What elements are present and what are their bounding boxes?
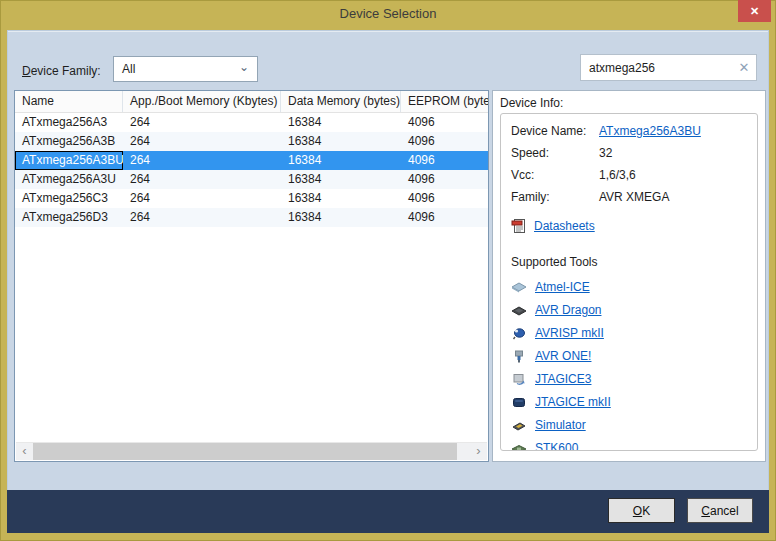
tool-item: AVR Dragon — [511, 298, 751, 321]
cell-name: ATxmega256A3BU — [15, 151, 123, 170]
table-body: ATxmega256A3 264 16384 4096 ATxmega256A3… — [15, 113, 488, 227]
close-icon: ✕ — [750, 5, 759, 17]
cell-app-boot: 264 — [123, 208, 281, 227]
scroll-right-icon[interactable]: › — [470, 443, 487, 460]
cell-app-boot: 264 — [123, 151, 281, 170]
chevron-down-icon: ⌄ — [239, 62, 249, 72]
close-button[interactable]: ✕ — [738, 0, 771, 22]
avrisp-mkii-icon — [511, 325, 527, 341]
table-header: Name App./Boot Memory (Kbytes) Data Memo… — [15, 91, 488, 113]
tool-link[interactable]: STK600 — [535, 441, 578, 452]
cancel-button[interactable]: Cancel — [687, 498, 753, 523]
cell-data-memory: 16384 — [281, 170, 401, 189]
tool-item: JTAGICE mkII — [511, 390, 751, 413]
tool-item: AVRISP mkII — [511, 321, 751, 344]
cell-name: ATxmega256A3B — [15, 132, 123, 151]
cell-data-memory: 16384 — [281, 151, 401, 170]
jtagice-mkii-icon — [511, 394, 527, 410]
cell-app-boot: 264 — [123, 170, 281, 189]
cell-app-boot: 264 — [123, 113, 281, 132]
device-name-field: Device Name: ATxmega256A3BU — [511, 124, 751, 146]
column-header-app-boot-memory[interactable]: App./Boot Memory (Kbytes) — [123, 91, 281, 112]
tool-item: AVR ONE! — [511, 344, 751, 367]
table-row[interactable]: ATxmega256A3B 264 16384 4096 — [15, 132, 488, 151]
tool-item: STK600 — [511, 436, 751, 451]
column-header-eeprom[interactable]: EEPROM (bytes) — [401, 91, 488, 112]
column-header-name[interactable]: Name — [15, 91, 123, 112]
table-row-selected[interactable]: ATxmega256A3BU 264 16384 4096 — [15, 151, 488, 170]
field-value: AVR XMEGA — [599, 190, 669, 205]
device-info-title: Device Info: — [500, 96, 758, 113]
cell-app-boot: 264 — [123, 189, 281, 208]
scroll-left-icon[interactable]: ‹ — [16, 443, 33, 460]
datasheets-row: Datasheets — [511, 214, 751, 238]
tool-link[interactable]: AVR ONE! — [535, 349, 591, 363]
stk600-icon — [511, 440, 527, 452]
table-row[interactable]: ATxmega256A3 264 16384 4096 — [15, 113, 488, 132]
datasheets-link[interactable]: Datasheets — [534, 219, 595, 233]
device-family-value: All — [122, 62, 239, 76]
window-title: Device Selection — [0, 0, 776, 28]
cell-data-memory: 16384 — [281, 189, 401, 208]
footer-bar: OK Cancel — [7, 490, 769, 533]
cell-name: ATxmega256A3U — [15, 170, 123, 189]
tool-link[interactable]: Simulator — [535, 418, 586, 432]
cell-name: ATxmega256D3 — [15, 208, 123, 227]
family-field: Family: AVR XMEGA — [511, 190, 751, 212]
cell-name: ATxmega256A3 — [15, 113, 123, 132]
simulator-icon — [511, 417, 527, 433]
cell-eeprom: 4096 — [401, 208, 488, 227]
client-area: Device Family: All ⌄ ✕ Name App./Boot Me… — [7, 30, 769, 533]
device-info-panel: Device Info: Device Name: ATxmega256A3BU… — [492, 90, 766, 462]
clear-search-icon[interactable]: ✕ — [732, 60, 756, 75]
column-header-data-memory[interactable]: Data Memory (bytes) — [281, 91, 401, 112]
atmel-ice-icon — [511, 279, 527, 295]
tool-link[interactable]: AVR Dragon — [535, 303, 601, 317]
table-row[interactable]: ATxmega256A3U 264 16384 4096 — [15, 170, 488, 189]
table-row[interactable]: ATxmega256D3 264 16384 4096 — [15, 208, 488, 227]
tool-item: Atmel-ICE — [511, 275, 751, 298]
table-row[interactable]: ATxmega256C3 264 16384 4096 — [15, 189, 488, 208]
tool-link[interactable]: JTAGICE mkII — [535, 395, 611, 409]
jtagice3-icon — [511, 371, 527, 387]
tool-item: Simulator — [511, 413, 751, 436]
vcc-field: Vcc: 1,6/3,6 — [511, 168, 751, 190]
field-value: 1,6/3,6 — [599, 168, 636, 183]
device-name-link[interactable]: ATxmega256A3BU — [599, 124, 701, 139]
ok-button[interactable]: OK — [608, 498, 675, 523]
cell-eeprom: 4096 — [401, 151, 488, 170]
titlebar[interactable]: Device Selection ✕ — [0, 0, 776, 30]
device-table: Name App./Boot Memory (Kbytes) Data Memo… — [14, 90, 489, 462]
cell-app-boot: 264 — [123, 132, 281, 151]
tool-link[interactable]: AVRISP mkII — [535, 326, 604, 340]
tool-link[interactable]: Atmel-ICE — [535, 280, 590, 294]
tool-link[interactable]: JTAGICE3 — [535, 372, 591, 386]
scrollbar-track[interactable] — [457, 443, 470, 460]
cell-data-memory: 16384 — [281, 113, 401, 132]
device-family-dropdown[interactable]: All ⌄ — [113, 56, 258, 82]
field-label: Family: — [511, 190, 599, 205]
scrollbar-thumb[interactable] — [33, 443, 457, 460]
field-label: Device Name: — [511, 124, 599, 139]
field-label: Speed: — [511, 146, 599, 161]
search-box: ✕ — [580, 54, 757, 81]
cell-eeprom: 4096 — [401, 132, 488, 151]
cell-data-memory: 16384 — [281, 132, 401, 151]
horizontal-scrollbar[interactable]: ‹ › — [16, 442, 487, 460]
avr-one-icon — [511, 348, 527, 364]
field-label: Vcc: — [511, 168, 599, 183]
device-family-label: Device Family: — [22, 64, 101, 78]
field-value: 32 — [599, 146, 612, 161]
cell-eeprom: 4096 — [401, 170, 488, 189]
cell-name: ATxmega256C3 — [15, 189, 123, 208]
supported-tools-title: Supported Tools — [511, 255, 751, 275]
search-input[interactable] — [581, 61, 732, 75]
cell-eeprom: 4096 — [401, 113, 488, 132]
avr-dragon-icon — [511, 302, 527, 318]
tool-item: JTAGICE3 — [511, 367, 751, 390]
speed-field: Speed: 32 — [511, 146, 751, 168]
pdf-icon — [511, 218, 527, 234]
device-selection-dialog: Device Selection ✕ Device Family: All ⌄ … — [0, 0, 776, 541]
cell-data-memory: 16384 — [281, 208, 401, 227]
cell-eeprom: 4096 — [401, 189, 488, 208]
